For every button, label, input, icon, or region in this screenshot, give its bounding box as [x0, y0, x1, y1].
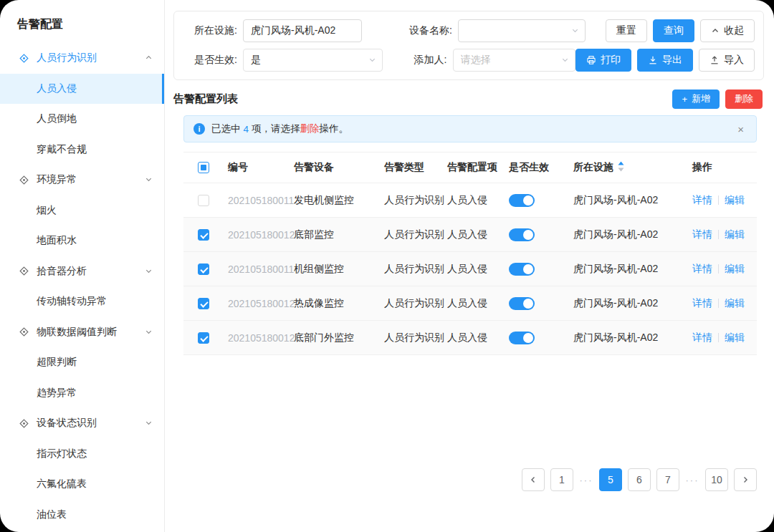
page-button-7[interactable]: 7	[656, 468, 679, 491]
prev-page-button[interactable]	[522, 468, 545, 491]
sidebar: 告警配置 人员行为识别 人员入侵 人员倒地 穿戴不合规 环境异常	[0, 0, 165, 532]
row-checkbox[interactable]	[198, 195, 209, 206]
search-button[interactable]: 查询	[653, 19, 694, 42]
chevron-down-icon	[145, 327, 153, 338]
action-divider	[718, 299, 719, 308]
detail-link[interactable]: 详情	[692, 297, 712, 310]
column-header-facility[interactable]: 所在设施	[573, 161, 692, 174]
column-header-effective: 是否生效	[509, 161, 573, 174]
sidebar-item-oil-level[interactable]: 油位表	[0, 500, 164, 531]
diamond-icon	[19, 266, 29, 276]
row-id: 202105180012	[228, 229, 294, 241]
filter-actions-2: 打印 导出 导入	[575, 49, 755, 72]
sidebar-item-label: 烟火	[37, 204, 57, 217]
add-button[interactable]: + 新增	[672, 90, 720, 109]
sidebar-title: 告警配置	[17, 17, 164, 32]
effective-toggle[interactable]	[509, 194, 535, 207]
row-facility: 虎门风场-风机-A02	[573, 297, 692, 310]
edit-link[interactable]: 编辑	[725, 332, 745, 344]
sidebar-item-ground-water[interactable]: 地面积水	[0, 226, 164, 256]
printer-icon	[586, 55, 596, 65]
detail-link[interactable]: 详情	[692, 194, 712, 207]
column-header-config: 告警配置项	[447, 161, 509, 174]
print-button[interactable]: 打印	[575, 49, 631, 72]
action-divider	[718, 230, 719, 239]
sidebar-item-overlimit[interactable]: 超限判断	[0, 347, 164, 378]
sidebar-item-audio-analysis[interactable]: 拾音器分析	[0, 256, 164, 287]
sidebar-item-person-intrusion[interactable]: 人员入侵	[0, 74, 164, 105]
main-content: 所在设施: 设备名称: 重置 查询 收起 是否生效:	[165, 0, 774, 532]
page-button-10[interactable]: 10	[705, 468, 728, 491]
collapse-button[interactable]: 收起	[700, 19, 755, 42]
device-name-select[interactable]	[458, 19, 586, 42]
sidebar-item-indicator-light[interactable]: 指示灯状态	[0, 439, 164, 470]
sidebar-item-dress-violation[interactable]: 穿戴不合规	[0, 135, 164, 165]
chevron-right-icon	[741, 475, 750, 484]
sidebar-item-label: 超限判断	[37, 356, 77, 369]
page-button-6[interactable]: 6	[628, 468, 651, 491]
detail-link[interactable]: 详情	[692, 332, 712, 344]
row-checkbox[interactable]	[198, 332, 209, 344]
edit-link[interactable]: 编辑	[725, 297, 745, 310]
action-divider	[718, 195, 719, 205]
sidebar-item-shaft-rotation[interactable]: 传动轴转动异常	[0, 286, 164, 317]
page-button-5-active[interactable]: 5	[599, 468, 622, 491]
effective-toggle[interactable]	[509, 297, 535, 310]
effective-toggle[interactable]	[509, 228, 535, 241]
sidebar-item-sf6-meter[interactable]: 六氟化硫表	[0, 469, 164, 500]
next-page-button[interactable]	[734, 468, 757, 491]
sidebar-item-label: 油位表	[37, 508, 67, 521]
row-checkbox[interactable]	[198, 263, 209, 275]
row-type: 人员行为识别	[384, 228, 447, 241]
effective-select[interactable]: 是	[243, 49, 383, 72]
sidebar-item-smoke-fire[interactable]: 烟火	[0, 195, 164, 226]
row-facility: 虎门风场-风机-A02	[573, 228, 692, 241]
detail-link[interactable]: 详情	[692, 228, 712, 241]
edit-link[interactable]: 编辑	[725, 228, 745, 241]
page-button-1[interactable]: 1	[550, 468, 573, 491]
facility-input[interactable]	[243, 19, 362, 42]
creator-label: 添加人:	[393, 54, 447, 67]
row-id: 202105180012	[228, 298, 294, 309]
creator-select[interactable]: 请选择	[453, 49, 576, 72]
close-icon[interactable]: ×	[735, 122, 747, 136]
row-facility: 虎门风场-风机-A02	[573, 332, 692, 344]
sidebar-item-device-status[interactable]: 设备状态识别	[0, 408, 164, 439]
delete-button[interactable]: 删除	[725, 90, 763, 109]
detail-link[interactable]: 详情	[692, 263, 712, 276]
sidebar-item-label: 穿戴不合规	[37, 143, 87, 156]
table-row: 202105180011 发电机侧监控 人员行为识别 人员入侵 虎门风场-风机-…	[183, 183, 757, 218]
select-all-checkbox[interactable]	[198, 162, 209, 173]
row-device: 热成像监控	[294, 297, 384, 310]
effective-toggle[interactable]	[509, 332, 535, 344]
effective-toggle[interactable]	[509, 263, 535, 276]
selection-banner: i 已选中 4 项，请选择 删除 操作。 ×	[183, 115, 757, 142]
sidebar-item-trend-anomaly[interactable]: 趋势异常	[0, 378, 164, 409]
sidebar-item-label: 设备状态识别	[37, 417, 97, 430]
row-type: 人员行为识别	[384, 332, 447, 344]
export-label: 导出	[662, 54, 682, 67]
sidebar-item-label: 传动轴转动异常	[37, 295, 107, 308]
reset-button[interactable]: 重置	[606, 19, 647, 42]
sidebar-item-person-behavior[interactable]: 人员行为识别	[0, 43, 164, 74]
edit-link[interactable]: 编辑	[725, 263, 745, 276]
facility-header-label: 所在设施	[573, 161, 613, 174]
device-name-label: 设备名称:	[398, 24, 452, 37]
diamond-icon	[19, 327, 29, 337]
row-facility: 虎门风场-风机-A02	[573, 194, 692, 207]
sidebar-item-person-fall[interactable]: 人员倒地	[0, 104, 164, 135]
filter-row-2: 是否生效: 是 添加人: 请选择 打印 导出	[183, 49, 755, 72]
row-checkbox[interactable]	[198, 298, 209, 309]
chevron-down-icon	[145, 174, 153, 185]
table-row: 202105180012 底部门外监控 人员行为识别 人员入侵 虎门风场-风机-…	[183, 321, 757, 355]
row-checkbox[interactable]	[198, 229, 209, 241]
edit-link[interactable]: 编辑	[725, 194, 745, 207]
chevron-down-icon	[368, 54, 376, 66]
sidebar-item-env-anomaly[interactable]: 环境异常	[0, 165, 164, 195]
collapse-label: 收起	[724, 24, 744, 37]
export-button[interactable]: 导出	[637, 49, 693, 72]
sort-icon[interactable]	[618, 161, 624, 174]
sidebar-item-label: 环境异常	[37, 173, 77, 186]
import-button[interactable]: 导入	[699, 49, 755, 72]
sidebar-item-iot-threshold[interactable]: 物联数据阈值判断	[0, 317, 164, 348]
